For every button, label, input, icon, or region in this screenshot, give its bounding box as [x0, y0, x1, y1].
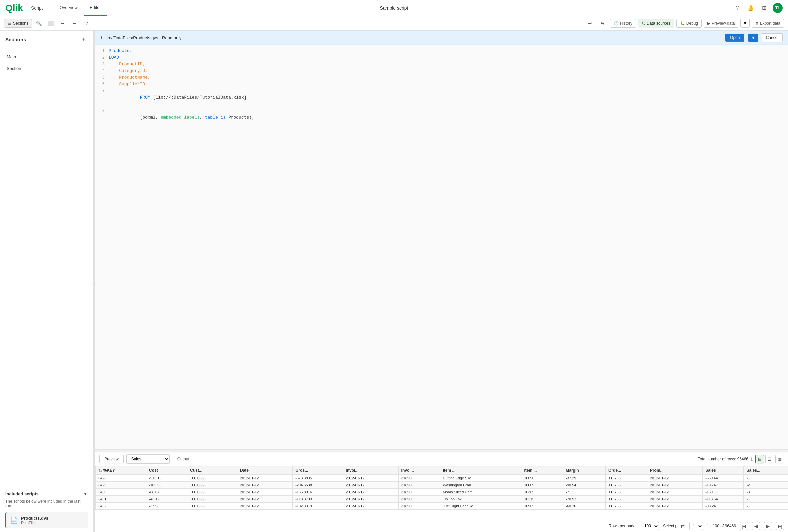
readonly-file-text: lib://DataFiles/Products.qvs - Read only [106, 35, 722, 40]
split-resize-handle[interactable]: — — [95, 449, 788, 452]
first-page-button[interactable]: |◀ [740, 522, 748, 530]
col-header-orde[interactable]: Orde... [606, 466, 647, 475]
preview-data-button[interactable]: ▶ Preview data [704, 19, 738, 28]
preview-dropdown-button[interactable]: ▼ [740, 19, 749, 28]
history-button[interactable]: 🕐 History [610, 19, 636, 28]
qlik-logo: Qlik [5, 3, 23, 13]
cancel-button[interactable]: Cancel [762, 33, 783, 42]
main-container: Sections + Main Section Included scripts… [0, 30, 788, 532]
col-header-key[interactable]: T#%KEY [96, 466, 146, 475]
code-line-5: 5 ProductName, [95, 74, 788, 81]
col-header-prom[interactable]: Prom... [647, 466, 702, 475]
tab-editor[interactable]: Editor [84, 0, 107, 16]
included-scripts-title: Included scripts [5, 491, 39, 496]
data-sources-icon: ⬡ [642, 21, 645, 26]
open-dropdown-button[interactable]: ▼ [748, 34, 758, 42]
table-row: 3429-105.93100122262012-01-12-204.663820… [96, 482, 788, 489]
script-item[interactable]: 📄 Products.qvs DataFiles [5, 512, 88, 528]
rows-per-page-label: Rows per page: [609, 524, 637, 528]
grid-icon[interactable]: ⊞ [759, 3, 769, 13]
preview-button[interactable]: Preview [99, 455, 124, 463]
sidebar: Sections + Main Section Included scripts… [0, 30, 93, 532]
grid-view-button[interactable]: ⊞ [755, 455, 764, 463]
nav-tabs: Overview Editor [54, 0, 107, 16]
col-header-invoi2[interactable]: Invoi... [398, 466, 440, 475]
sections-list: Main Section [0, 48, 93, 487]
data-sources-button[interactable]: ⬡ Data sources [638, 19, 674, 28]
table-row: 3432-37.98100122262012-01-12-102.3319201… [96, 503, 788, 510]
script-name: Products.qvs [21, 516, 48, 521]
compact-view-button[interactable]: ▦ [775, 455, 784, 463]
output-button[interactable]: Output [172, 455, 194, 463]
bottom-panel: Preview Sales Output Total number of row… [95, 452, 788, 532]
search-icon-button[interactable]: 🔍 [33, 18, 44, 29]
code-line-6: 6 SupplierID [95, 81, 788, 88]
toolbar: ▤ Sections 🔍 ⬜ ⇥ ⇤ ? ↩ ↪ 🕐 History ⬡ Dat… [0, 16, 788, 30]
col-header-date[interactable]: Date [237, 466, 292, 475]
sections-panel-icon: ▤ [8, 21, 11, 26]
indent-left-icon-button[interactable]: ⇤ [69, 18, 80, 29]
included-scripts-description: The scripts below were included in the l… [5, 499, 88, 508]
open-button[interactable]: Open [725, 34, 744, 42]
code-line-7: 7 FROM [lib://:DataFiles/TutorialData.xl… [95, 88, 788, 108]
script-path: DataFiles [21, 521, 48, 525]
help-icon-button[interactable]: ? [81, 18, 92, 29]
undo-button[interactable]: ↩ [585, 18, 595, 29]
included-scripts-panel: Included scripts ▼ The scripts below wer… [0, 487, 93, 532]
included-scripts-header: Included scripts ▼ [5, 491, 88, 496]
code-line-1: 1 Products: [95, 48, 788, 54]
export-data-button[interactable]: ⬆ Export data [752, 19, 784, 28]
table-row: 3428-513.15100122262012-01-12-573.383520… [96, 475, 788, 482]
col-header-margin[interactable]: Margin [563, 466, 606, 475]
info-bar: ℹ lib://DataFiles/Products.qvs - Read on… [95, 30, 788, 45]
preview-icon: ▶ [707, 21, 710, 26]
section-main[interactable]: Main [0, 51, 93, 63]
col-header-sales2[interactable]: Sales... [744, 466, 788, 475]
code-line-8: 8 (ooxml, embedded labels, table is Prod… [95, 108, 788, 128]
debug-button[interactable]: 🐛 Debug [676, 19, 702, 28]
select-page-select[interactable]: 1 [689, 522, 703, 530]
toolbar-right: ↩ ↪ 🕐 History ⬡ Data sources 🐛 Debug ▶ P… [585, 18, 784, 29]
add-section-button[interactable]: + [80, 35, 88, 43]
view-toggle: ⊞ ☰ ▦ [755, 455, 784, 463]
col-header-item1[interactable]: Item ... [440, 466, 521, 475]
col-header-cust[interactable]: Cust... [187, 466, 237, 475]
next-page-button[interactable]: ▶ [764, 522, 772, 530]
col-header-gros[interactable]: Gros... [293, 466, 343, 475]
code-line-4: 4 CategoryID, [95, 68, 788, 74]
col-header-cost[interactable]: Cost [146, 466, 187, 475]
rows-per-page-select[interactable]: 100 [641, 522, 659, 530]
data-table-container[interactable]: T#%KEY Cost Cust... Date Gros... Invoi..… [95, 466, 788, 520]
avatar[interactable]: TL [773, 3, 783, 13]
info-icon: ℹ [101, 35, 102, 40]
center-title: Sample script [380, 5, 408, 11]
table-header-row: T#%KEY Cost Cust... Date Gros... Invoi..… [96, 466, 788, 475]
last-page-button[interactable]: ▶| [776, 522, 784, 530]
pagination: Rows per page: 100 Select page: 1 1 - 10… [95, 520, 788, 532]
debug-icon: 🐛 [680, 21, 685, 26]
sections-title: Sections [5, 37, 26, 42]
tab-overview[interactable]: Overview [54, 0, 84, 16]
code-line-2: 2 LOAD [95, 54, 788, 61]
col-header-item2[interactable]: Item ... [521, 466, 563, 475]
section-section[interactable]: Section [0, 63, 93, 74]
collapse-included-scripts-button[interactable]: ▼ [83, 491, 88, 496]
code-editor[interactable]: 1 Products: 2 LOAD 3 ProductID, 4 Catego… [95, 45, 788, 449]
redo-button[interactable]: ↪ [597, 18, 608, 29]
bottom-toolbar: Preview Sales Output Total number of row… [95, 452, 788, 466]
list-view-button[interactable]: ☰ [765, 455, 774, 463]
page-range-label: 1 - 100 of 96466 [707, 524, 736, 528]
code-line-3: 3 ProductID, [95, 61, 788, 68]
indent-right-icon-button[interactable]: ⇥ [57, 18, 68, 29]
table-select[interactable]: Sales [126, 454, 170, 464]
table-row: 3431-43.12100122262012-01-12-118.3703201… [96, 496, 788, 503]
sections-button[interactable]: ▤ Sections [4, 19, 32, 28]
bell-icon[interactable]: 🔔 [746, 3, 755, 13]
prev-page-button[interactable]: ◀ [752, 522, 760, 530]
col-header-sales[interactable]: Sales [703, 466, 744, 475]
col-header-invoi1[interactable]: Invoi... [343, 466, 398, 475]
comment-icon-button[interactable]: ⬜ [45, 18, 56, 29]
editor-pane: ℹ lib://DataFiles/Products.qvs - Read on… [95, 30, 788, 532]
script-file-icon: 📄 [10, 517, 18, 524]
help-icon[interactable]: ? [733, 3, 742, 13]
